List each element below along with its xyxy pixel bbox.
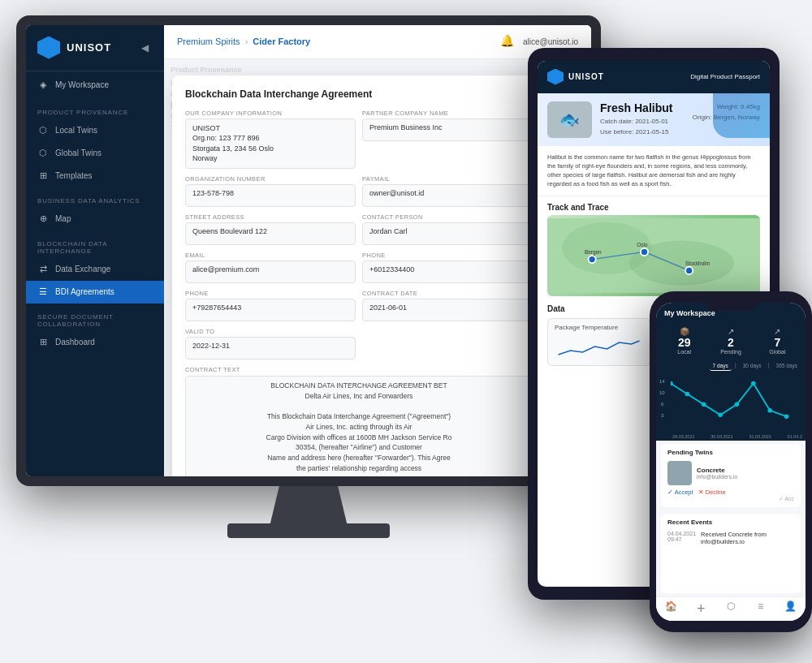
user-email: alice@unisot.io <box>523 37 578 46</box>
partner-company-value: Premium Business Inc <box>362 118 533 141</box>
workspace-label: My Workspace <box>55 80 109 89</box>
phone-date-tabs: 7 days | 30 days | 365 days <box>656 361 806 376</box>
event-item-1: 04.04.2021 09:47 Received Concrete from … <box>667 531 794 545</box>
data-card-temperature: Package Temperature <box>547 318 650 366</box>
partner-company-field: Partner Company Name Premium Business In… <box>362 110 533 169</box>
svg-point-14 <box>718 412 723 417</box>
global-stat-label: Global <box>769 349 785 355</box>
map-icon: ⊕ <box>37 213 49 225</box>
accept-all-label[interactable]: ✓ Acc <box>667 496 794 502</box>
bdi-dialog-title: Blockchain Data Interchange Agreement <box>185 88 533 100</box>
org-number-field: Organization Number 123-578-798 <box>185 175 356 207</box>
topbar-right: 🔔 alice@unisot.io <box>500 34 578 49</box>
temp-chart <box>555 334 643 359</box>
chart-date-1: 29.03.2021 <box>672 434 695 439</box>
contract-date-value: 2021-06-01 <box>362 299 533 321</box>
product-meta: Catch date: 2021-05-01 Use before: 2021-… <box>600 116 672 138</box>
breadcrumb-separator: › <box>245 37 248 46</box>
phone-partner-field: Phone +79287654443 <box>185 290 356 321</box>
valid-to-field: Valid To 2022-12-31 <box>185 328 356 359</box>
phone-nav-profile[interactable]: 👤 <box>775 601 806 618</box>
svg-point-13 <box>702 402 706 407</box>
street-address-field: Street Address Queens Boulevard 122 <box>185 213 356 245</box>
street-address-label: Street Address <box>185 213 356 221</box>
phone-nav-add[interactable]: + <box>686 601 716 618</box>
data-exchange-icon: ⇄ <box>37 264 49 275</box>
paymail-field: Paymail owner@unisot.id <box>362 175 533 207</box>
sidebar-toggle[interactable]: ◀ <box>136 40 153 56</box>
profile-nav-icon: 👤 <box>784 601 797 612</box>
sidebar-logo: UNISOT ◀ <box>26 25 164 71</box>
bdi-agreements-icon: ☰ <box>37 286 49 298</box>
sidebar-item-local-twins[interactable]: ⬡ Local Twins <box>26 119 164 142</box>
date-tab-365days[interactable]: 365 days <box>773 361 801 371</box>
pending-twin-name: Concrete <box>697 467 794 474</box>
sidebar-item-global-twins[interactable]: ⬡ Global Twins <box>26 142 164 165</box>
global-twins-label: Global Twins <box>55 149 102 157</box>
accept-button[interactable]: ✓ Accept <box>667 489 693 496</box>
phone-our-value: +6012334400 <box>362 260 533 283</box>
monitor-base <box>227 523 390 538</box>
phone-nav-home[interactable]: 🏠 <box>656 601 686 618</box>
street-address-value: Queens Boulevard 122 <box>185 222 356 245</box>
svg-point-17 <box>767 407 772 412</box>
product-hero: 🐟 Fresh Halibut Catch date: 2021-05-01 U… <box>538 93 770 146</box>
map-svg: Bergen Oslo Stockholm <box>547 215 760 296</box>
phone-stat-global: ↗ 7 Global <box>754 327 801 355</box>
org-number-value: 123-578-798 <box>185 184 356 207</box>
phone-nav-menu[interactable]: ≡ <box>745 601 775 618</box>
contact-person-value: Jordan Carl <box>362 222 533 245</box>
sidebar-item-bdi-agreements[interactable]: ☰ BDI Agreements <box>26 281 164 304</box>
tablet-header: UNISOT Digital Product Passport <box>538 61 770 93</box>
breadcrumb-current: Cider Factory <box>253 37 310 46</box>
sidebar-item-dashboard[interactable]: ⊞ Dashboard <box>26 331 164 354</box>
notification-bell-icon[interactable]: 🔔 <box>500 34 515 49</box>
pending-stat-icon: ↗ <box>728 327 734 336</box>
pending-twin-concrete: Concrete info@builders.io <box>667 461 794 485</box>
pending-stat-num: 2 <box>707 336 754 349</box>
phone-notch <box>706 303 755 311</box>
svg-text:Stockholm: Stockholm <box>685 260 710 266</box>
map-label: Map <box>55 214 71 223</box>
local-stat-icon: 📦 <box>680 327 689 336</box>
dashboard-icon: ⊞ <box>37 337 49 348</box>
sidebar-item-templates[interactable]: ⊞ Templates <box>26 165 164 187</box>
event-description: Received Concrete from info@builders.io <box>701 531 794 545</box>
bdi-agreement-dialog: Blockchain Data Interchange Agreement Ou… <box>172 75 546 476</box>
breadcrumb-parent[interactable]: Premium Spirits <box>177 37 240 46</box>
partner-company-label: Partner Company Name <box>362 110 533 117</box>
sidebar-item-map[interactable]: ⊕ Map <box>26 208 164 230</box>
email-field: Email alice@premium.com <box>185 252 356 283</box>
local-twins-icon: ⬡ <box>37 125 49 136</box>
chart-date-3: 31.03.2021 <box>749 434 771 439</box>
our-company-field: Our Company Information UNISOT Org.no: 1… <box>185 110 356 169</box>
main-scene: UNISOT ◀ ◈ My Workspace PRODUCT PROVENAN… <box>16 15 796 648</box>
sidebar-item-my-workspace[interactable]: ◈ My Workspace <box>26 71 164 99</box>
paymail-label: Paymail <box>362 175 533 183</box>
our-company-value: UNISOT Org.no: 123 777 896 Storgata 13, … <box>185 118 356 169</box>
email-value: alice@premium.com <box>185 260 356 283</box>
pending-twin-actions: ✓ Accept ✕ Decline <box>667 489 794 496</box>
global-twins-icon: ⬡ <box>37 148 49 159</box>
phone-partner-label: Phone <box>185 290 356 297</box>
home-nav-icon: 🏠 <box>665 601 677 612</box>
local-stat-label: Local <box>677 349 691 355</box>
pending-twin-img <box>667 461 692 485</box>
monitor-screen: UNISOT ◀ ◈ My Workspace PRODUCT PROVENAN… <box>26 25 591 476</box>
contract-date-field: Contract Date 2021-06-01 <box>362 290 533 321</box>
svg-point-12 <box>685 391 690 396</box>
date-tab-30days[interactable]: 30 days <box>740 361 765 371</box>
section-label-analytics: BUSINESS DATA ANALYTICS <box>26 187 164 208</box>
sidebar-item-data-exchange[interactable]: ⇄ Data Exchange <box>26 258 164 281</box>
svg-point-7 <box>685 266 693 273</box>
monitor-stand <box>260 486 357 527</box>
phone-stat-local: 📦 29 Local <box>661 327 707 355</box>
pending-twin-email: info@builders.io <box>697 474 794 480</box>
date-tab-7days[interactable]: 7 days <box>710 361 732 371</box>
phone-nav-hex[interactable]: ⬡ <box>716 601 746 618</box>
paymail-value: owner@unisot.id <box>362 184 533 207</box>
contract-date-label: Contract Date <box>362 290 533 297</box>
decline-button[interactable]: ✕ Decline <box>698 489 726 496</box>
dashboard-label: Dashboard <box>55 338 95 347</box>
pending-stat-label: Pending <box>720 349 741 355</box>
